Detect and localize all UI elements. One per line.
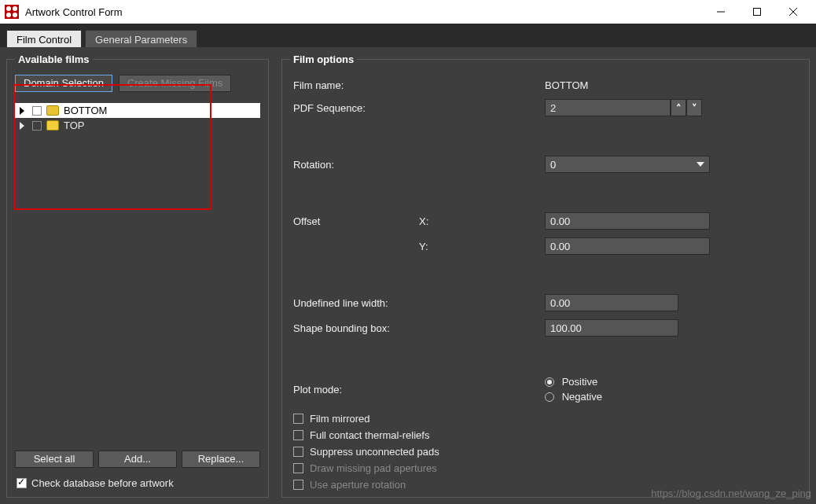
domain-selection-button[interactable]: Domain Selection — [15, 75, 112, 92]
available-films-group: Available films Domain Selection Create … — [6, 53, 269, 498]
maximize-button[interactable] — [739, 0, 775, 24]
shape-bounding-box-label: Shape bounding box: — [293, 322, 545, 334]
offset-x-label: X: — [419, 215, 545, 227]
spin-up-icon[interactable]: ˄ — [671, 99, 686, 116]
undefined-line-width-input[interactable] — [545, 294, 678, 311]
plot-mode-positive-radio[interactable]: Positive — [545, 376, 798, 388]
film-name-label: Film name: — [293, 79, 545, 91]
available-films-legend: Available films — [15, 53, 93, 65]
offset-x-input[interactable] — [545, 212, 710, 230]
film-mirrored-label: Film mirrored — [310, 413, 370, 425]
full-contact-checkbox[interactable]: Full contact thermal-reliefs — [293, 427, 798, 443]
folder-icon — [46, 105, 59, 116]
svg-rect-0 — [5, 5, 19, 19]
svg-point-4 — [13, 13, 17, 17]
rotation-select[interactable]: 0 — [545, 156, 710, 173]
close-button[interactable] — [775, 0, 811, 24]
replace-button[interactable]: Replace... — [182, 451, 260, 468]
plot-mode-label: Plot mode: — [293, 384, 545, 395]
film-options-legend: Film options — [290, 53, 357, 65]
checkbox-icon — [293, 430, 303, 440]
tree-item-label: TOP — [64, 120, 85, 131]
radio-icon — [545, 392, 554, 402]
svg-point-3 — [6, 13, 11, 17]
radio-icon — [545, 377, 554, 387]
check-database-checkbox[interactable] — [17, 478, 27, 488]
select-all-button[interactable]: Select all — [15, 451, 94, 468]
folder-icon — [46, 120, 59, 131]
undefined-line-width-label: Undefined line width: — [293, 297, 545, 309]
rotation-value: 0 — [550, 159, 556, 171]
checkbox-icon — [293, 463, 303, 473]
svg-point-2 — [13, 6, 17, 11]
offset-y-input[interactable] — [545, 237, 710, 255]
watermark: https://blog.csdn.net/wang_ze_ping — [651, 487, 811, 499]
svg-rect-6 — [754, 9, 761, 16]
spin-down-icon[interactable]: ˅ — [686, 99, 702, 116]
window-title: Artwork Control Form — [25, 6, 703, 18]
shape-bounding-box-input[interactable] — [545, 319, 678, 337]
plot-mode-negative-label: Negative — [562, 391, 602, 403]
tree-item-bottom[interactable]: BOTTOM — [15, 103, 260, 118]
rotation-label: Rotation: — [293, 159, 545, 171]
tree-item-top[interactable]: TOP — [15, 118, 260, 133]
expand-icon[interactable] — [20, 122, 28, 130]
film-tree[interactable]: BOTTOM TOP — [15, 103, 260, 443]
checkbox-icon — [293, 447, 303, 457]
use-aperture-label: Use aperture rotation — [310, 479, 406, 491]
minimize-button[interactable] — [703, 0, 739, 24]
tree-item-label: BOTTOM — [64, 105, 107, 116]
offset-label: Offset — [293, 215, 419, 227]
suppress-pads-checkbox[interactable]: Suppress unconnected pads — [293, 443, 798, 460]
tab-film-control[interactable]: Film Control — [6, 30, 82, 47]
pdf-sequence-input[interactable] — [545, 99, 671, 116]
svg-point-1 — [6, 6, 11, 11]
draw-missing-label: Draw missing pad apertures — [310, 462, 437, 474]
create-missing-films-button[interactable]: Create Missing Films — [119, 75, 231, 92]
tree-checkbox[interactable] — [32, 106, 42, 116]
checkbox-icon — [293, 480, 303, 490]
suppress-pads-label: Suppress unconnected pads — [310, 446, 439, 458]
titlebar: Artwork Control Form — [0, 0, 816, 24]
film-options-group: Film options Film name: BOTTOM PDF Seque… — [281, 53, 810, 498]
tab-general-parameters[interactable]: General Parameters — [85, 30, 197, 47]
full-contact-label: Full contact thermal-reliefs — [310, 429, 429, 441]
offset-y-label: Y: — [419, 241, 545, 252]
pdf-sequence-label: PDF Sequence: — [293, 102, 545, 114]
plot-mode-positive-label: Positive — [562, 376, 598, 388]
expand-icon[interactable] — [20, 107, 28, 115]
tab-bar: Film Control General Parameters — [0, 24, 816, 47]
draw-missing-checkbox: Draw missing pad apertures — [293, 460, 798, 476]
plot-mode-negative-radio[interactable]: Negative — [545, 391, 798, 403]
add-button[interactable]: Add... — [98, 451, 177, 468]
checkbox-icon — [293, 414, 303, 424]
pdf-sequence-spinner[interactable]: ˄ ˅ — [545, 99, 798, 116]
chevron-down-icon — [697, 162, 704, 167]
tree-checkbox[interactable] — [32, 121, 42, 131]
app-icon — [5, 5, 19, 19]
film-mirrored-checkbox[interactable]: Film mirrored — [293, 410, 798, 427]
film-name-value: BOTTOM — [545, 79, 798, 91]
check-database-label: Check database before artwork — [31, 477, 174, 489]
